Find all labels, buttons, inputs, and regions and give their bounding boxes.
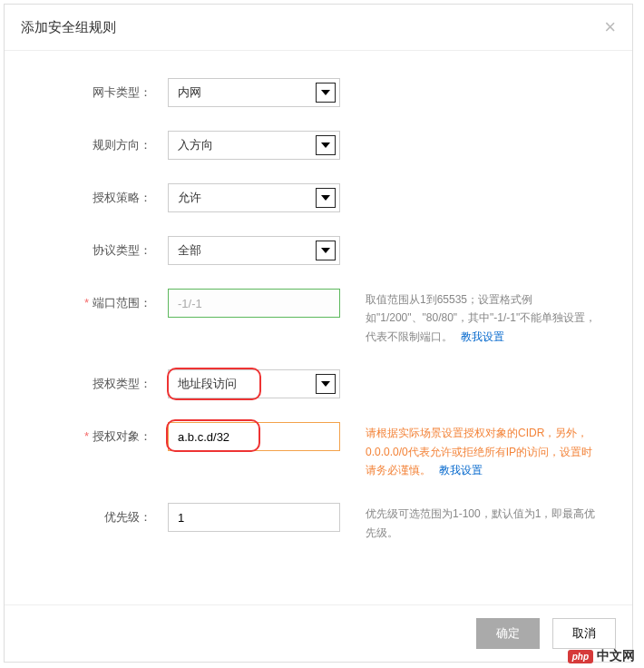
dialog-title: 添加安全组规则: [21, 19, 116, 36]
row-port-range: *端口范围： 取值范围从1到65535；设置格式例如"1/200"、"80/80…: [23, 289, 614, 346]
select-nic-type[interactable]: 内网: [168, 78, 340, 107]
label-auth-object: *授权对象：: [23, 422, 168, 445]
label-nic-type: 网卡类型：: [23, 78, 168, 101]
link-port-help[interactable]: 教我设置: [461, 330, 504, 343]
select-policy[interactable]: 允许: [168, 183, 340, 212]
label-direction: 规则方向：: [23, 131, 168, 153]
label-protocol: 协议类型：: [23, 236, 168, 259]
select-nic-type-value: 内网: [178, 84, 201, 101]
label-auth-type: 授权类型：: [23, 369, 168, 392]
row-direction: 规则方向： 入方向: [23, 131, 614, 160]
select-protocol[interactable]: 全部: [168, 236, 340, 265]
label-port-range: *端口范围：: [23, 289, 168, 311]
select-auth-type[interactable]: 地址段访问: [168, 369, 340, 398]
watermark: php 中文网: [568, 648, 635, 664]
dialog-header: 添加安全组规则 ×: [5, 5, 632, 51]
row-protocol: 协议类型： 全部: [23, 236, 614, 265]
link-auth-help[interactable]: 教我设置: [439, 464, 483, 476]
select-policy-value: 允许: [178, 190, 201, 206]
chevron-down-icon: [316, 135, 336, 155]
required-star: *: [84, 429, 89, 443]
required-star: *: [84, 296, 89, 309]
dialog-footer: 确定 取消: [5, 604, 632, 662]
chevron-down-icon: [316, 188, 336, 208]
help-auth-object: 请根据实际场景设置授权对象的CIDR，另外，0.0.0.0/0代表允许或拒绝所有…: [366, 422, 601, 479]
cancel-button[interactable]: 取消: [552, 618, 616, 649]
select-auth-type-value: 地址段访问: [178, 376, 237, 392]
row-auth-object: *授权对象： 请根据实际场景设置授权对象的CIDR，另外，0.0.0.0/0代表…: [23, 422, 614, 479]
dialog: 添加安全组规则 × 网卡类型： 内网 规则方向： 入方向: [4, 4, 633, 663]
row-nic-type: 网卡类型： 内网: [23, 78, 614, 107]
watermark-logo: php: [568, 650, 593, 663]
input-auth-object[interactable]: [168, 422, 340, 451]
chevron-down-icon: [316, 374, 336, 394]
help-priority: 优先级可选范围为1-100，默认值为1，即最高优先级。: [366, 503, 601, 542]
select-direction[interactable]: 入方向: [168, 131, 340, 160]
chevron-down-icon: [316, 83, 336, 103]
label-priority: 优先级：: [23, 503, 168, 526]
label-policy: 授权策略：: [23, 183, 168, 206]
select-protocol-value: 全部: [178, 242, 201, 259]
input-priority[interactable]: [168, 503, 340, 532]
input-port-range[interactable]: [168, 289, 340, 318]
row-priority: 优先级： 优先级可选范围为1-100，默认值为1，即最高优先级。: [23, 503, 614, 542]
dialog-body: 网卡类型： 内网 规则方向： 入方向: [5, 51, 632, 604]
chevron-down-icon: [316, 241, 336, 260]
close-icon[interactable]: ×: [604, 17, 616, 37]
row-auth-type: 授权类型： 地址段访问: [23, 369, 614, 398]
row-policy: 授权策略： 允许: [23, 183, 614, 212]
ok-button[interactable]: 确定: [476, 618, 540, 649]
select-direction-value: 入方向: [178, 137, 213, 153]
watermark-text: 中文网: [597, 648, 635, 664]
help-port-range: 取值范围从1到65535；设置格式例如"1/200"、"80/80"，其中"-1…: [366, 289, 601, 346]
